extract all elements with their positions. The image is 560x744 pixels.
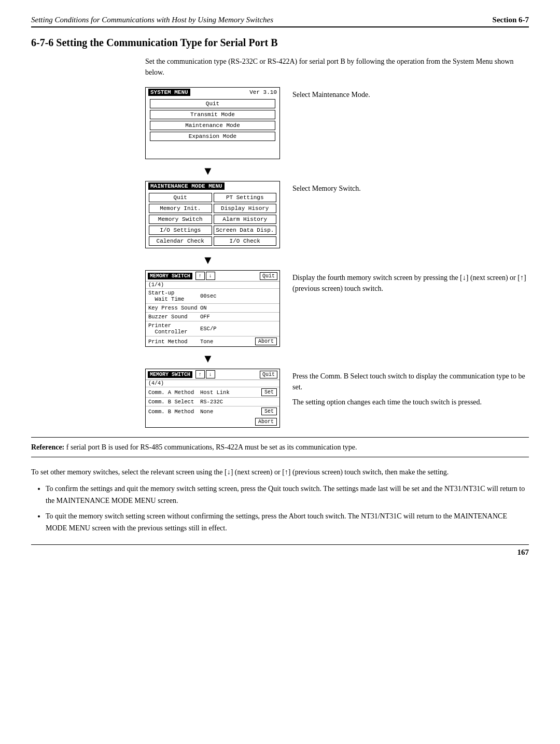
screen4-box: MEMORY SWITCH ↑ ↓ Quit (4/4) Comm. A Met… (145, 369, 280, 428)
diagram-row-3: MEMORY SWITCH ↑ ↓ Quit (1/4) Start-up Wa… (31, 270, 529, 347)
screen1-title: SYSTEM MENU (148, 89, 190, 96)
screen1-btn-expansion[interactable]: Expansion Mode (150, 132, 275, 141)
screen4-up-btn[interactable]: ↑ (195, 370, 205, 378)
screen3-row-keypresssound[interactable]: Key Press Sound ON (146, 303, 279, 312)
screen3-down-btn[interactable]: ↓ (206, 272, 215, 280)
screen1-btn-transmit[interactable]: Transmit Mode (150, 110, 275, 119)
screen4-set-btn-a[interactable]: Set (261, 388, 277, 396)
screen4-page: (4/4) (146, 380, 279, 387)
intro-text: Set the communication type (RS-232C or R… (145, 56, 529, 78)
desc4-line1: Press the Comm. B Select touch switch to… (292, 371, 529, 392)
screen2-btn-memoryswitch[interactable]: Memory Switch (149, 215, 212, 224)
screen3-row-printer: Printer Controller ESC/P (146, 321, 279, 336)
header-section: Section 6-7 (493, 16, 529, 24)
screen2-btn-alarmhistory[interactable]: Alarm History (214, 215, 277, 224)
arrow2: ▼ (202, 254, 529, 267)
screen2-title: MAINTENANCE MODE MENU (148, 183, 225, 190)
screen4-abort-btn[interactable]: Abort (255, 418, 277, 426)
screen3-quit-btn[interactable]: Quit (260, 272, 277, 280)
bullet-list: To confirm the settings and quit the mem… (31, 483, 529, 534)
screen1-box: SYSTEM MENU Ver 3.10 Quit Transmit Mode … (145, 87, 280, 159)
screen4-abort-row: Abort (146, 416, 279, 427)
screen4-quit-btn[interactable]: Quit (260, 371, 277, 378)
screen4-row-commbmethod: Comm. B Method None Set (146, 406, 279, 416)
diagram-row-2: MAINTENANCE MODE MENU Quit PT Settings M… (31, 181, 529, 248)
bullet-item-2: To quit the memory switch setting screen… (46, 511, 529, 534)
diagram-row-4: MEMORY SWITCH ↑ ↓ Quit (4/4) Comm. A Met… (31, 369, 529, 428)
screen4-row-commbselect[interactable]: Comm. B Select RS-232C (146, 397, 279, 406)
body-para: To set other memory switches, select the… (31, 467, 529, 478)
screen2-btn-memoryinit[interactable]: Memory Init. (149, 204, 212, 213)
screen2-btn-displayhistory[interactable]: Display Hisory (214, 204, 277, 213)
page-number: 167 (31, 544, 529, 557)
reference-label: Reference: (31, 443, 64, 451)
desc4-line2: The setting option changes each time the… (292, 397, 529, 408)
screen2-box: MAINTENANCE MODE MENU Quit PT Settings M… (145, 181, 280, 248)
diagram-row-1: SYSTEM MENU Ver 3.10 Quit Transmit Mode … (31, 87, 529, 159)
desc2: Select Memory Switch. (280, 181, 529, 194)
desc4: Press the Comm. B Select touch switch to… (280, 369, 529, 408)
screen4-row-commamethod: Comm. A Method Host Link Set (146, 387, 279, 397)
screen2-btn-pt[interactable]: PT Settings (214, 193, 277, 202)
screen3-up-btn[interactable]: ↑ (195, 272, 205, 280)
screen2-btn-calendarcheck[interactable]: Calendar Check (149, 236, 212, 246)
screen3-abort-btn[interactable]: Abort (255, 338, 277, 345)
desc1: Select Maintenance Mode. (280, 87, 529, 100)
screen1-btn-maintenance[interactable]: Maintenance Mode (150, 121, 275, 130)
screen4-title: MEMORY SWITCH (148, 371, 192, 378)
screen2-btn-iocheck[interactable]: I/O Check (214, 236, 277, 246)
screen2-btn-screendata[interactable]: Screen Data Disp. (214, 226, 277, 235)
screen3-box: MEMORY SWITCH ↑ ↓ Quit (1/4) Start-up Wa… (145, 270, 280, 347)
screen4-down-btn[interactable]: ↓ (206, 370, 215, 378)
screen3-row-printmethod: Print Method Tone Abort (146, 336, 279, 346)
section-heading: 6-7-6 Setting the Communication Type for… (31, 37, 529, 49)
screen3-row-buzzersound: Buzzer Sound OFF (146, 312, 279, 321)
screen3-title: MEMORY SWITCH (148, 273, 192, 279)
arrow1: ▼ (202, 164, 529, 178)
screen1-ver: Ver 3.10 (249, 89, 277, 95)
bullet-item-1: To confirm the settings and quit the mem… (46, 483, 529, 507)
reference-box: Reference: f serial port B is used for R… (31, 437, 529, 457)
screen3-page: (1/4) (146, 282, 279, 288)
screen1-btn-quit[interactable]: Quit (150, 99, 275, 108)
reference-text: f serial port B is used for RS-485 commu… (64, 443, 357, 451)
screen2-btn-iosettings[interactable]: I/O Settings (149, 226, 212, 235)
header-title: Setting Conditions for Communications wi… (31, 16, 273, 24)
page-header: Setting Conditions for Communications wi… (31, 16, 529, 27)
screen4-set-btn-b[interactable]: Set (261, 408, 277, 415)
screen2-btn-quit[interactable]: Quit (149, 193, 212, 202)
arrow3: ▼ (202, 352, 529, 366)
screen3-row-startup: Start-up Wait Time 00sec (146, 288, 279, 303)
desc3: Display the fourth memory switch screen … (280, 270, 529, 294)
